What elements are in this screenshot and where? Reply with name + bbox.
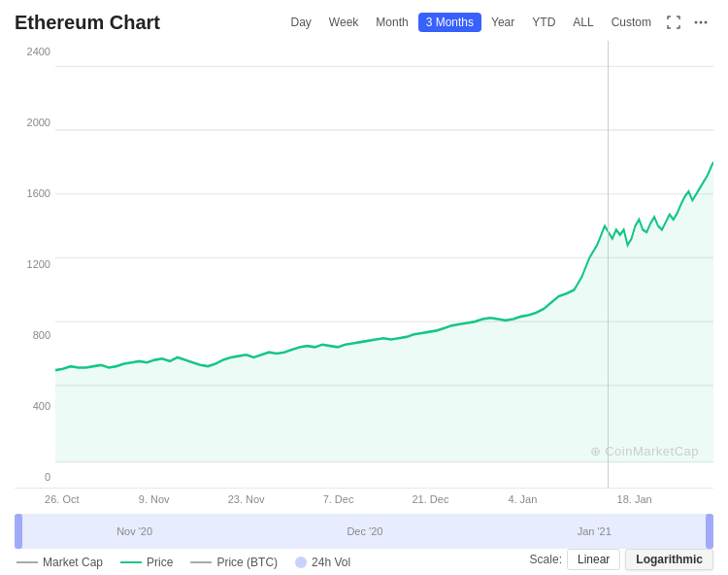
chart-area: 2400 2000 1600 1200 800 400 0	[15, 41, 713, 489]
scale-logarithmic-btn[interactable]: Logarithmic	[625, 549, 713, 570]
y-label-800: 800	[15, 329, 55, 341]
legend: Market Cap Price Price (BTC) 24h Vol	[15, 556, 350, 569]
range-label-nov: Nov '20	[116, 525, 152, 537]
x-label-nov9: 9. Nov	[139, 493, 170, 505]
legend-price-btc-line	[190, 561, 212, 563]
time-btn-month[interactable]: Month	[368, 13, 415, 32]
svg-marker-10	[55, 162, 713, 462]
x-label-jan4: 4. Jan	[508, 493, 537, 505]
y-label-2000: 2000	[15, 117, 55, 128]
svg-point-0	[695, 21, 698, 24]
scale-linear-btn[interactable]: Linear	[567, 549, 620, 570]
page-title: Ethereum Chart	[15, 12, 160, 34]
legend-price-label: Price	[147, 556, 173, 569]
chart-svg-container: ⊕ CoinMarketCap	[55, 41, 713, 488]
range-labels: Nov '20 Dec '20 Jan '21	[15, 525, 713, 537]
range-label-jan: Jan '21	[578, 525, 612, 537]
y-label-1600: 1600	[15, 187, 55, 199]
legend-market-cap: Market Cap	[17, 556, 103, 569]
fullscreen-icon[interactable]	[661, 10, 686, 35]
legend-price-btc: Price (BTC)	[190, 556, 278, 569]
x-label-dec7: 7. Dec	[323, 493, 354, 505]
y-label-1200: 1200	[15, 258, 55, 270]
legend-market-cap-line	[17, 561, 38, 563]
x-axis: 26. Oct 9. Nov 23. Nov 7. Dec 21. Dec 4.…	[55, 489, 713, 510]
range-selector[interactable]: Nov '20 Dec '20 Jan '21	[15, 514, 713, 549]
price-chart-svg	[55, 41, 713, 488]
y-axis: 2400 2000 1600 1200 800 400 0	[15, 41, 55, 488]
time-btn-all[interactable]: ALL	[565, 13, 601, 32]
scale-row: Scale: Linear Logarithmic	[530, 549, 713, 570]
y-label-0: 0	[15, 471, 55, 483]
svg-point-2	[705, 21, 708, 24]
x-label-oct26: 26. Oct	[45, 493, 79, 505]
time-btn-week[interactable]: Week	[321, 13, 366, 32]
scale-label: Scale:	[530, 553, 562, 566]
time-btn-day[interactable]: Day	[283, 13, 319, 32]
legend-vol: 24h Vol	[295, 556, 350, 569]
y-label-400: 400	[15, 400, 55, 412]
range-handle-left[interactable]	[15, 514, 22, 549]
time-btn-ytd[interactable]: YTD	[524, 13, 563, 32]
time-controls: Day Week Month 3 Months Year YTD ALL Cus…	[283, 10, 713, 35]
bottom-row: Market Cap Price Price (BTC) 24h Vol Sca…	[15, 549, 713, 570]
legend-price: Price	[120, 556, 173, 569]
watermark: ⊕ CoinMarketCap	[590, 444, 699, 458]
legend-vol-circle	[295, 557, 307, 568]
range-handle-right[interactable]	[706, 514, 713, 549]
x-label-dec21: 21. Dec	[412, 493, 448, 505]
x-label-nov23: 23. Nov	[228, 493, 265, 505]
legend-price-line	[120, 561, 142, 563]
legend-price-btc-label: Price (BTC)	[216, 556, 278, 569]
more-options-icon[interactable]	[688, 10, 713, 35]
time-btn-year[interactable]: Year	[483, 13, 522, 32]
time-btn-custom[interactable]: Custom	[604, 13, 659, 32]
range-label-dec: Dec '20	[347, 525, 382, 537]
x-label-jan18: 18. Jan	[617, 493, 652, 505]
svg-point-1	[700, 21, 703, 24]
legend-market-cap-label: Market Cap	[43, 556, 103, 569]
legend-vol-label: 24h Vol	[312, 556, 350, 569]
y-label-2400: 2400	[15, 46, 55, 57]
time-btn-3months[interactable]: 3 Months	[418, 13, 481, 32]
